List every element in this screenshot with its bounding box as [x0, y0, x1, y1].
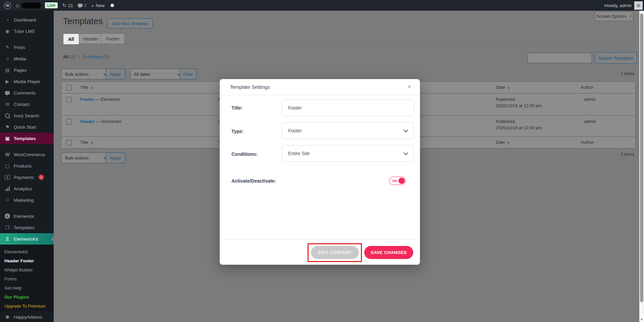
howdy-admin[interactable]: Howdy, admin	[604, 3, 632, 8]
column-header-title[interactable]: Title▲▼	[80, 140, 93, 145]
sidebar-item-label: Contact	[14, 102, 30, 107]
type-select-value: Footer	[288, 128, 302, 133]
submenu-item-widget-builder[interactable]: Widget Builder	[0, 265, 54, 274]
view-published-link[interactable]: Published	[83, 54, 102, 59]
sidebar-item-label: Elementor	[14, 214, 35, 219]
sidebar-item-label: Posts	[14, 45, 25, 50]
sidebar-item-payments[interactable]: $ Payments 1	[0, 172, 54, 183]
sidebar-item-templates-current[interactable]: ▣ Templates	[0, 133, 54, 144]
tutor-lms-icon: ◉	[4, 28, 10, 34]
template-title-link[interactable]: Footer	[80, 97, 94, 102]
filter-button[interactable]: Filter	[180, 69, 197, 79]
sidebar-item-label: Dashboard	[14, 17, 36, 22]
tabs-divider	[61, 44, 635, 44]
search-templates-button[interactable]: Search Templates	[595, 52, 637, 64]
sidebar-item-quick-start[interactable]: ⚑ Quick Start	[0, 121, 54, 133]
all-dates-select[interactable]: All dates	[130, 69, 184, 79]
sidebar-item-analytics[interactable]: Analytics	[0, 183, 54, 194]
tab-footer[interactable]: Footer	[101, 34, 124, 44]
submenu-item-our-plugins[interactable]: Our Plugins	[0, 293, 54, 302]
title-input-value: Footer	[288, 105, 302, 111]
template-conditions-select[interactable]: Entire Site	[282, 145, 414, 162]
apply-button[interactable]: Apply	[106, 69, 125, 79]
tab-all[interactable]: All	[63, 34, 79, 44]
sidebar-item-label: Templates	[14, 136, 36, 141]
template-type-select[interactable]: Footer	[282, 122, 414, 139]
screen-options-label: Screen Options	[596, 14, 627, 19]
wordpress-logo-icon[interactable]: W	[4, 2, 11, 9]
sidebar-item-elementor-templates[interactable]: ❒ Templates	[0, 222, 54, 233]
avatar[interactable]: ☻	[634, 1, 643, 10]
menu-separator	[0, 206, 54, 210]
sidebar-item-comments[interactable]: Comments	[0, 87, 54, 99]
sidebar-item-happyaddons[interactable]: ☻ HappyAddons	[0, 311, 54, 322]
new-content-menu[interactable]: + New	[91, 3, 105, 8]
sidebar-item-elementor[interactable]: e Elementor	[0, 210, 54, 222]
sidebar-item-posts[interactable]: ✎ Posts	[0, 42, 54, 53]
submenu-item-header-footer[interactable]: Header Footer	[0, 256, 54, 265]
comments-menu[interactable]: 0	[78, 3, 87, 8]
view-all-link[interactable]: All	[63, 54, 69, 59]
search-icon	[4, 113, 10, 118]
templates-icon: ▣	[4, 136, 10, 141]
pages-icon: ▤	[4, 67, 10, 73]
column-header-date[interactable]: Date▲▼	[496, 140, 509, 145]
column-header-title[interactable]: Title▲▼	[80, 85, 93, 90]
scrollbar-thumb[interactable]	[640, 13, 643, 302]
posts-icon: ✎	[4, 45, 10, 50]
site-menu[interactable]: ⌂	[16, 2, 41, 8]
sidebar-item-contact[interactable]: ✉ Contact	[0, 99, 54, 110]
edit-content-button[interactable]: EDIT CONTENT	[311, 246, 359, 259]
sidebar-item-products[interactable]: ▢ Products	[0, 160, 54, 172]
happyaddons-menu[interactable]: ☻	[109, 2, 115, 9]
sidebar-item-label: Marketing	[14, 198, 34, 203]
sidebar-item-marketing[interactable]: ⚐ Marketing	[0, 194, 54, 206]
row-checkbox[interactable]	[66, 119, 72, 125]
activate-field-label: Activate/Deactivate:	[231, 178, 276, 184]
row-title: Footer — Elementor	[80, 97, 120, 102]
tab-header[interactable]: Header	[78, 34, 104, 44]
bulk-actions-value: Bulk actions	[65, 72, 89, 77]
conditions-select-value: Entire Site	[288, 151, 310, 156]
apply-button-bottom[interactable]: Apply	[106, 152, 125, 163]
submenu-item-get-help[interactable]: Get Help	[0, 283, 54, 293]
row-author-link[interactable]: admin	[584, 119, 596, 124]
sidebar-item-media-player[interactable]: ▶ Media Player	[0, 76, 54, 87]
submenu-item-forms[interactable]: Forms	[0, 274, 54, 283]
bulk-actions-select-bottom[interactable]: Bulk actions	[61, 152, 111, 163]
select-all-checkbox[interactable]	[66, 140, 72, 145]
search-input[interactable]	[528, 53, 592, 63]
sidebar-item-label: ElementsKit	[14, 237, 38, 242]
sidebar-item-tutor-lms[interactable]: ◉ Tutor LMS	[0, 25, 54, 37]
updates-menu[interactable]: ↻ 21	[62, 2, 73, 8]
sidebar-item-pages[interactable]: ▤ Pages	[0, 64, 54, 76]
add-new-template-button[interactable]: Add New Template	[107, 18, 153, 28]
close-icon[interactable]: ×	[408, 83, 411, 90]
activate-toggle[interactable]: ON	[389, 177, 406, 185]
row-author-link[interactable]: admin	[584, 97, 596, 102]
bulk-actions-select[interactable]: Bulk actions	[61, 69, 111, 79]
page-scrollbar[interactable]: ▼	[639, 11, 644, 322]
row-checkbox[interactable]	[66, 97, 72, 103]
updates-icon: ↻	[62, 2, 67, 8]
column-header-date[interactable]: Date▲▼	[496, 85, 509, 90]
sidebar-item-woocommerce[interactable]: W WooCommerce	[0, 149, 54, 160]
sidebar-item-label: Pages	[14, 68, 26, 73]
analytics-icon	[4, 187, 10, 191]
screen-options-button[interactable]: Screen Options ▼	[595, 11, 633, 21]
submenu-item-upgrade-premium[interactable]: Upgrade To Premium	[0, 302, 54, 311]
submenu-item-elementskit[interactable]: ElementsKit	[0, 247, 54, 256]
select-all-checkbox[interactable]	[66, 85, 72, 90]
template-title-input[interactable]: Footer	[282, 100, 414, 116]
sidebar-item-media[interactable]: ♫ Media	[0, 53, 54, 64]
sidebar-item-ivory-search[interactable]: Ivory Search	[0, 110, 54, 121]
woocommerce-icon: W	[4, 152, 10, 157]
scrollbar-down-arrow[interactable]: ▼	[639, 318, 644, 321]
save-changes-button[interactable]: SAVE CHANGES	[364, 246, 413, 259]
template-title-link[interactable]: Header	[80, 119, 95, 124]
admin-bar: W ⌂ Live ↻ 21 0 + New ☻ Howdy, admin ☻	[0, 0, 644, 11]
sidebar-item-dashboard[interactable]: ◔ Dashboard	[0, 14, 54, 25]
sidebar-item-elementskit-current[interactable]: Ξ ElementsKit	[0, 233, 54, 245]
row-title: Header — Elementor	[80, 119, 122, 124]
sidebar-item-label: Products	[14, 164, 32, 169]
